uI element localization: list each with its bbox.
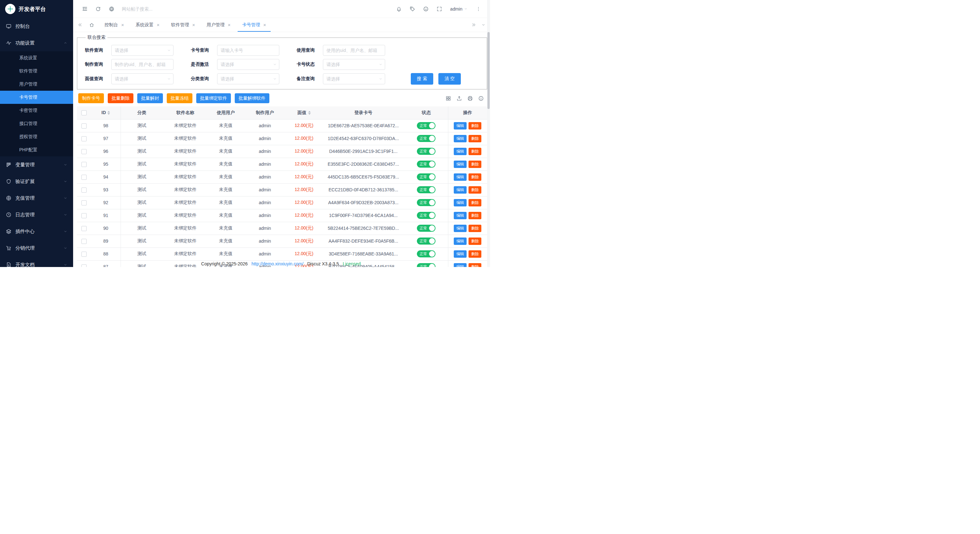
batch-freeze-button[interactable]: 批量冻结	[167, 93, 192, 103]
text-field[interactable]	[323, 45, 385, 56]
site-link[interactable]: http://demo.xinxiuyin.com/	[251, 261, 303, 266]
tab-home[interactable]	[85, 18, 99, 32]
close-icon[interactable]: ×	[157, 22, 160, 27]
select-field[interactable]	[111, 73, 173, 84]
grid-icon[interactable]	[445, 95, 451, 101]
edit-button[interactable]: 编辑	[454, 250, 466, 258]
delete-button[interactable]: 删除	[469, 250, 481, 258]
user-menu[interactable]: admin	[447, 6, 471, 11]
close-icon[interactable]: ×	[121, 22, 124, 27]
sidebar-subitem[interactable]: 卡密管理	[0, 104, 73, 117]
field-input[interactable]	[323, 59, 385, 70]
sidebar-item-distribution-agent[interactable]: 分销代理	[0, 240, 73, 256]
sidebar-item-console[interactable]: 控制台	[0, 18, 73, 35]
status-toggle[interactable]: 正常	[417, 186, 436, 193]
tab-user-management[interactable]: 用户管理×	[201, 18, 236, 32]
edit-button[interactable]: 编辑	[454, 186, 466, 194]
row-checkbox[interactable]	[81, 136, 87, 141]
batch-bind-software-button[interactable]: 批量绑定软件	[196, 93, 231, 103]
status-toggle[interactable]: 正常	[417, 212, 436, 219]
delete-button[interactable]: 删除	[469, 173, 481, 181]
close-icon[interactable]: ×	[228, 22, 231, 27]
status-toggle[interactable]: 正常	[417, 237, 436, 245]
sidebar-subitem[interactable]: 授权管理	[0, 130, 73, 143]
text-field[interactable]	[111, 59, 173, 70]
theme-face-icon[interactable]	[420, 3, 432, 15]
make-card-button[interactable]: 制作卡号	[78, 93, 104, 103]
row-checkbox[interactable]	[81, 252, 87, 257]
delete-button[interactable]: 删除	[469, 148, 481, 155]
delete-button[interactable]: 删除	[469, 237, 481, 245]
vertical-scrollbar[interactable]	[487, 0, 490, 267]
field-input[interactable]	[323, 74, 385, 84]
tag-icon[interactable]	[407, 3, 418, 15]
select-field[interactable]	[111, 45, 173, 56]
edit-button[interactable]: 编辑	[454, 135, 466, 142]
info-icon[interactable]	[478, 95, 484, 101]
export-icon[interactable]	[456, 95, 462, 101]
select-field[interactable]	[217, 73, 279, 84]
sidebar-item-variable-management[interactable]: 变量管理	[0, 156, 73, 173]
tab-console[interactable]: 控制台×	[99, 18, 130, 32]
status-toggle[interactable]: 正常	[417, 148, 436, 155]
edit-button[interactable]: 编辑	[454, 161, 466, 168]
status-toggle[interactable]: 正常	[417, 225, 436, 232]
row-checkbox[interactable]	[81, 188, 87, 192]
tab-system-settings[interactable]: 系统设置×	[130, 18, 165, 32]
row-checkbox[interactable]	[81, 213, 87, 218]
print-icon[interactable]	[467, 95, 473, 101]
select-field[interactable]	[323, 59, 385, 70]
field-input[interactable]	[218, 45, 279, 56]
delete-button[interactable]: 删除	[469, 263, 481, 267]
tab-card-management[interactable]: 卡号管理×	[236, 18, 272, 32]
tab-menu-icon[interactable]	[479, 19, 488, 31]
delete-button[interactable]: 删除	[469, 122, 481, 129]
status-toggle[interactable]: 正常	[417, 263, 436, 267]
edit-button[interactable]: 编辑	[454, 263, 466, 267]
field-input[interactable]	[111, 59, 173, 70]
fullscreen-icon[interactable]	[434, 3, 445, 15]
field-input[interactable]	[323, 45, 385, 56]
more-menu-icon[interactable]	[473, 3, 484, 15]
search-button[interactable]: 搜 索	[411, 73, 433, 84]
batch-unbind-software-button[interactable]: 批量解绑软件	[235, 93, 269, 103]
row-checkbox[interactable]	[81, 123, 87, 129]
batch-unban-button[interactable]: 批量解封	[137, 93, 163, 103]
sidebar-item-plugin-center[interactable]: 插件中心	[0, 223, 73, 240]
sidebar-item-dev-docs[interactable]: 开发文档	[0, 256, 73, 267]
edit-button[interactable]: 编辑	[454, 212, 466, 219]
sort-icon[interactable]	[107, 110, 110, 116]
row-checkbox[interactable]	[81, 239, 87, 244]
sidebar-subitem[interactable]: 卡号管理	[0, 91, 73, 104]
select-field[interactable]	[323, 73, 385, 84]
edit-button[interactable]: 编辑	[454, 225, 466, 232]
status-toggle[interactable]: 正常	[417, 199, 436, 206]
row-checkbox[interactable]	[81, 200, 87, 205]
delete-button[interactable]: 删除	[469, 199, 481, 207]
field-input[interactable]	[218, 74, 279, 84]
batch-delete-button[interactable]: 批量删除	[108, 93, 134, 103]
row-checkbox[interactable]	[81, 264, 87, 267]
sidebar-subitem[interactable]: 用户管理	[0, 78, 73, 91]
field-input[interactable]	[218, 59, 279, 70]
refresh-icon[interactable]	[92, 3, 104, 15]
field-input[interactable]	[111, 74, 173, 84]
sidebar-subitem[interactable]: PHP配置	[0, 143, 73, 156]
edit-button[interactable]: 编辑	[454, 148, 466, 155]
delete-button[interactable]: 删除	[469, 186, 481, 194]
status-toggle[interactable]: 正常	[417, 135, 436, 142]
row-checkbox[interactable]	[81, 149, 87, 154]
sidebar-item-feature-settings[interactable]: 功能设置	[0, 35, 73, 51]
select-all-checkbox[interactable]	[81, 110, 87, 115]
delete-button[interactable]: 删除	[469, 212, 481, 219]
select-field[interactable]	[217, 59, 279, 70]
row-checkbox[interactable]	[81, 175, 87, 180]
language-globe-icon[interactable]	[106, 3, 118, 15]
clear-button[interactable]: 清 空	[438, 73, 461, 84]
sidebar-item-verify-extension[interactable]: 验证扩展	[0, 173, 73, 190]
site-search-input[interactable]	[122, 6, 212, 11]
status-toggle[interactable]: 正常	[417, 161, 436, 168]
status-toggle[interactable]: 正常	[417, 173, 436, 180]
row-checkbox[interactable]	[81, 162, 87, 167]
sidebar-item-log-management[interactable]: 日志管理	[0, 207, 73, 223]
